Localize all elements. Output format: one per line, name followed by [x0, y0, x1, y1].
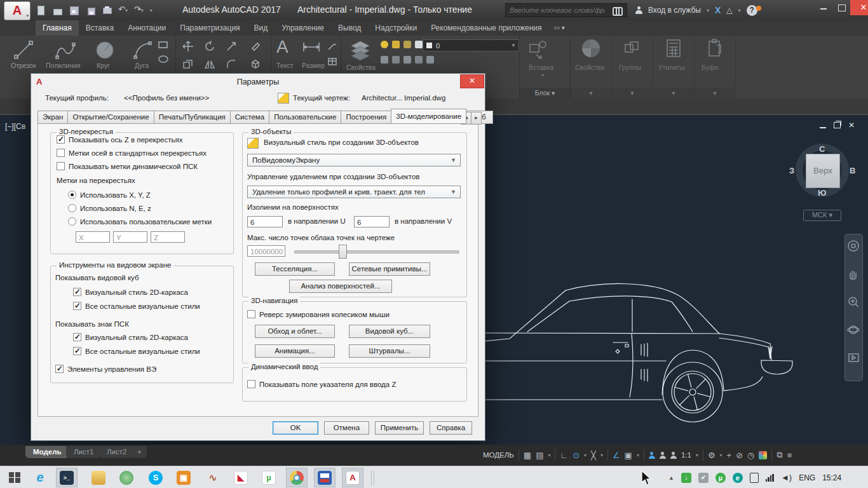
tray-idm-icon[interactable]: ↓ [681, 473, 691, 483]
insert-block-icon[interactable] [527, 38, 552, 62]
ucs-other-styles-label[interactable]: Все остальные визуальные стили [85, 348, 200, 355]
polar-tracking-icon[interactable]: ⊙ [573, 451, 580, 460]
insert-chevron-icon[interactable]: ▾ [541, 72, 544, 78]
arc-tool-icon[interactable] [132, 39, 154, 61]
line-tool-icon[interactable] [13, 39, 34, 61]
show-z-axis-checkbox[interactable] [57, 135, 65, 144]
tray-language-label[interactable]: ENG [799, 473, 815, 482]
reverse-zoom-label[interactable]: Реверс зумирования колесиком мыши [259, 311, 390, 318]
arc-tool-label[interactable]: Дуга [135, 62, 149, 69]
graphics-performance-icon[interactable]: ◷ [747, 451, 754, 460]
dimension-tool-icon[interactable] [302, 41, 321, 53]
table-tool-icon[interactable] [327, 57, 337, 66]
layer-properties-icon[interactable] [348, 38, 373, 62]
ellipse-tool-icon[interactable] [158, 55, 170, 64]
z-field-checkbox[interactable] [247, 380, 255, 388]
taskbar-autocad-icon[interactable]: A [342, 468, 363, 487]
ribbon-tab-view[interactable]: Вид [247, 20, 275, 36]
text-tool-label[interactable]: Текст [276, 62, 293, 69]
qat-customize-button[interactable]: ▾ [150, 8, 153, 13]
layer-properties-label[interactable]: Свойства [346, 64, 376, 71]
custom-z-input[interactable]: Z [151, 231, 185, 243]
ribbon-tab-annotate[interactable]: Аннотации [121, 20, 173, 36]
taskbar-explorer-icon[interactable] [88, 468, 109, 487]
trim-tool-icon[interactable] [226, 41, 237, 52]
layer-prev-icon[interactable] [426, 56, 434, 64]
tray-eset-icon[interactable]: e [733, 473, 743, 483]
tab-system[interactable]: Система [230, 111, 269, 124]
annotation-visibility-icon[interactable] [649, 452, 655, 459]
properties-panel-expand-icon[interactable]: ▾ [571, 88, 611, 98]
polyline-tool-icon[interactable] [55, 39, 78, 61]
viewcube-north-label[interactable]: С [819, 144, 825, 154]
tab-drafting[interactable]: Построения [341, 111, 391, 124]
cancel-button[interactable]: Отмена [324, 421, 369, 435]
tab-layout2[interactable]: Лист2 [99, 446, 134, 458]
visual-style-combobox[interactable]: ПоВидовомуЭкрану ▼ [247, 154, 461, 166]
walk-fly-button[interactable]: Обход и облет... [255, 325, 335, 338]
annotation-scale-value[interactable]: 1:1 [681, 451, 691, 459]
showmotion-icon[interactable] [847, 351, 860, 365]
tray-battery-icon[interactable] [750, 473, 759, 483]
pointcloud-slider-track[interactable] [294, 250, 459, 254]
annotation-monitor-icon[interactable]: + [727, 451, 732, 460]
taskbar-orange-app-icon[interactable]: ▣ [173, 468, 194, 487]
steeringwheels-button[interactable]: Штурвалы... [349, 344, 430, 358]
dialog-close-button[interactable]: ✕ [460, 74, 484, 88]
new-file-button[interactable] [36, 5, 46, 15]
layer-match-icon[interactable] [415, 56, 423, 64]
viewcube-east-label[interactable]: В [850, 166, 855, 175]
tessellation-button[interactable]: Тесселяция... [255, 262, 335, 276]
viewcube-settings-button[interactable]: Видовой куб... [349, 325, 430, 338]
viewport-controls-checkbox-label[interactable]: Элементы управления ВЭ [67, 365, 156, 373]
tab-open-save[interactable]: Открытие/Сохранение [67, 111, 153, 124]
rotate-tool-icon[interactable] [204, 41, 215, 52]
line-tool-label[interactable]: Отрезок [11, 62, 36, 69]
pan-hand-icon[interactable] [847, 268, 860, 281]
text-tool-icon[interactable]: А [276, 37, 288, 57]
taskbar-mysql-icon[interactable]: ∿ [202, 468, 224, 487]
viewcube-other-styles-checkbox[interactable] [73, 302, 81, 310]
animation-button[interactable]: Анимация... [255, 344, 335, 358]
exchange-apps-icon[interactable]: X [715, 5, 721, 15]
tab-layout1[interactable]: Лист1 [66, 446, 101, 458]
signin-person-icon[interactable] [635, 6, 642, 14]
layer-on-icon[interactable] [381, 41, 388, 48]
navigation-wheel-icon[interactable] [847, 240, 860, 253]
tab-user-preferences[interactable]: Пользовательские [269, 111, 341, 124]
ucs-2d-wireframe-label[interactable]: Визуальный стиль 2D-каркаса [85, 334, 188, 341]
tray-expand-icon[interactable]: ▲ [668, 475, 674, 481]
reverse-zoom-checkbox[interactable] [247, 310, 255, 318]
signin-label[interactable]: Вход в службы [648, 6, 701, 15]
isodraft-icon[interactable]: ╳ [591, 451, 596, 460]
model-space-label[interactable]: МОДЕЛЬ [483, 451, 514, 459]
ortho-mode-icon[interactable]: ∟ [560, 451, 568, 460]
app-menu-button[interactable]: A ▾ [4, 1, 31, 20]
viewport-close-icon[interactable]: ✕ [848, 121, 855, 130]
use-custom-labels-label[interactable]: Использовать пользовательские метки [80, 218, 212, 226]
customization-menu-icon[interactable]: ≡ [787, 451, 792, 460]
maximize-button[interactable] [832, 0, 850, 15]
snap-mode-icon[interactable]: ▤ [536, 451, 543, 460]
layer-isolate-icon[interactable] [381, 56, 388, 64]
ribbon-tab-output[interactable]: Вывод [331, 20, 368, 36]
layer-lock-icon[interactable] [403, 41, 411, 48]
groups-panel-expand-icon[interactable]: ▾ [612, 88, 653, 98]
axis-labels-checkbox[interactable] [57, 149, 65, 157]
tab-scroll-right-button[interactable]: ▸ [471, 112, 482, 125]
tab-model[interactable]: Модель [25, 446, 69, 458]
viewcube-top-face[interactable]: Верх [806, 154, 840, 188]
leader-tool-icon[interactable] [327, 42, 337, 51]
use-nez-label[interactable]: Использовать N, E, z [80, 205, 151, 212]
viewport-restore-icon[interactable] [834, 122, 841, 128]
search-input[interactable] [506, 6, 609, 14]
redo-button[interactable]: ↷▾ [134, 3, 144, 18]
viewport-controls-checkbox[interactable] [55, 365, 64, 373]
utilities-panel-label[interactable]: Утилиты [658, 64, 685, 71]
viewcube-south-label[interactable]: Ю [818, 188, 826, 198]
color-palette-icon[interactable] [759, 451, 767, 459]
ribbon-tab-manage[interactable]: Управление [275, 20, 331, 36]
clipboard-panel-label[interactable]: Буфе.. [702, 64, 722, 71]
circle-tool-label[interactable]: Круг [97, 62, 110, 69]
autoscale-icon[interactable] [660, 452, 666, 459]
